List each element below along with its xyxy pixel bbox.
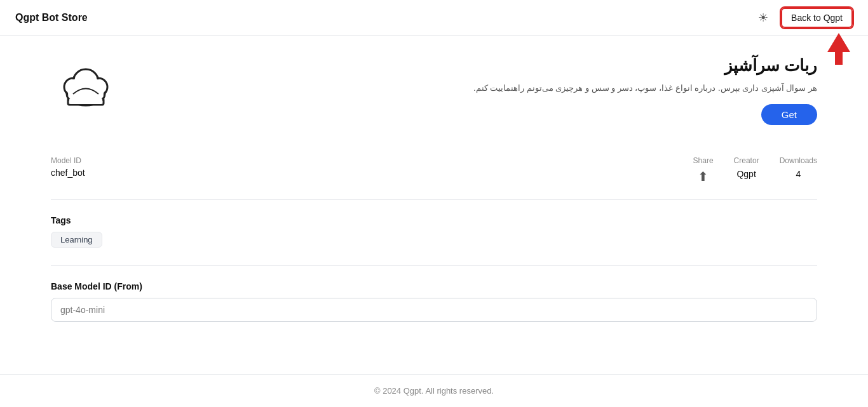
- bot-section: ربات سرآشپز هر سوال آشپزی داری بپرس. درب…: [51, 56, 817, 141]
- theme-toggle-button[interactable]: ☀: [753, 8, 773, 28]
- footer: © 2024 Qgpt. All rights reserved.: [0, 374, 868, 407]
- meta-row: Model ID chef_bot Share ⬆ Creator Qgpt D…: [51, 156, 817, 184]
- share-icon[interactable]: ⬆: [698, 169, 709, 184]
- downloads-label: Downloads: [780, 156, 817, 165]
- sun-icon: ☀: [758, 11, 768, 25]
- chef-hat-icon: [54, 59, 118, 123]
- svg-point-8: [65, 79, 81, 95]
- back-to-qgpt-button[interactable]: Back to Qgpt: [781, 8, 853, 28]
- model-id-label: Model ID: [51, 156, 85, 165]
- footer-text: © 2024 Qgpt. All rights reserved.: [374, 386, 494, 396]
- meta-right: Share ⬆ Creator Qgpt Downloads 4: [693, 156, 817, 184]
- tags-section: Tags Learning: [51, 215, 817, 248]
- bot-name: ربات سرآشپز: [724, 56, 817, 76]
- downloads-item: Downloads 4: [780, 156, 817, 179]
- divider-1: [51, 199, 817, 200]
- share-label: Share: [693, 156, 714, 165]
- share-item: Share ⬆: [693, 156, 714, 184]
- tag-chip-learning: Learning: [51, 232, 102, 248]
- creator-label: Creator: [734, 156, 759, 165]
- svg-point-9: [91, 79, 106, 95]
- get-button[interactable]: Get: [761, 104, 817, 125]
- bot-logo: [51, 56, 121, 126]
- downloads-value: 4: [796, 169, 801, 179]
- bot-info: ربات سرآشپز هر سوال آشپزی داری بپرس. درب…: [146, 56, 817, 125]
- creator-item: Creator Qgpt: [734, 156, 759, 179]
- header: Qgpt Bot Store ☀ Back to Qgpt: [0, 0, 868, 36]
- model-id-value: chef_bot: [51, 168, 85, 178]
- model-id-section: Model ID chef_bot: [51, 156, 85, 178]
- arrow-stem: [835, 52, 843, 65]
- svg-rect-6: [69, 98, 102, 104]
- base-model-section: Base Model ID (From): [51, 281, 817, 322]
- base-model-label: Base Model ID (From): [51, 281, 817, 291]
- bot-description: هر سوال آشپزی داری بپرس. درباره انواع غذ…: [473, 82, 817, 95]
- main-content: ربات سرآشپز هر سوال آشپزی داری بپرس. درب…: [0, 36, 868, 374]
- app-title: Qgpt Bot Store: [15, 12, 88, 23]
- tags-section-label: Tags: [51, 215, 817, 225]
- arrow-up-icon: [827, 33, 850, 52]
- base-model-input[interactable]: [51, 298, 817, 322]
- arrow-annotation: [827, 33, 850, 65]
- header-actions: ☀ Back to Qgpt: [753, 8, 853, 28]
- creator-value: Qgpt: [736, 169, 756, 179]
- divider-2: [51, 265, 817, 266]
